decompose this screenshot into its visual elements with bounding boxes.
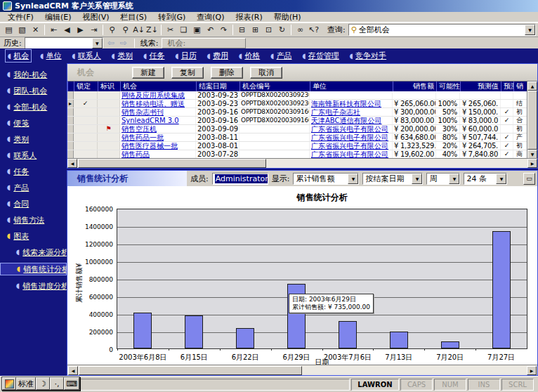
unit-link[interactable]: 海南蜂新科技有限公司	[311, 100, 381, 107]
undo-button[interactable]: ↶	[204, 24, 217, 37]
tab-contact[interactable]: ◖联系人	[70, 50, 103, 62]
column-header[interactable]: 销售额	[393, 81, 436, 91]
unit-link[interactable]: 广东省振兴电子有限公司	[311, 150, 388, 158]
forward-arrow-icon[interactable]: ⇨	[119, 38, 129, 48]
tab-expense[interactable]: ◖费用	[205, 50, 230, 62]
redo-button[interactable]: ↷	[217, 24, 230, 37]
ime-mode-button[interactable]: 标准	[16, 377, 36, 390]
unit-link[interactable]: 广东省振兴电子有限公司	[311, 125, 388, 133]
chart-bar[interactable]	[390, 332, 408, 348]
query-dropdown-button[interactable]	[525, 25, 535, 35]
sidebar-item-sales-progress-analysis[interactable]: ◖销售进度分析	[0, 280, 67, 292]
help-pointer-button[interactable]: ↖?	[307, 24, 320, 37]
delete-record-button[interactable]: ✕	[29, 24, 42, 37]
last-record-button[interactable]: ⇥	[87, 24, 100, 37]
sidebar-item-category[interactable]: ◖类别	[0, 133, 67, 145]
sidebar-item-contacts[interactable]: ◖联系人	[0, 150, 67, 161]
scroll-thumb[interactable]	[78, 159, 266, 168]
group-by-dropdown-button[interactable]	[412, 174, 422, 184]
maximize-chart-button[interactable]	[523, 173, 535, 185]
sidebar-item-team-opportunity[interactable]: ◖团队-机会	[0, 85, 67, 96]
column-header[interactable]: 机会编号	[240, 81, 310, 91]
member-combobox[interactable]: Administrator	[212, 173, 268, 185]
opportunity-link[interactable]: 销售移动电话、赠送	[122, 100, 185, 107]
opportunity-link[interactable]: 销售药品	[122, 150, 150, 158]
menu-item-goto[interactable]: 转到(G)	[152, 12, 191, 22]
chart-horizontal-scrollbar[interactable]: ◀ ▶	[67, 365, 537, 375]
tab-product[interactable]: ◖产品	[268, 50, 294, 62]
chart-bar[interactable]	[492, 231, 511, 348]
sidebar-item-tasks[interactable]: ◖任务	[0, 166, 67, 177]
table-row[interactable]: ▸✓销售移动电话、赠送2003-09-23OPPTD8X002003092300…	[67, 100, 527, 108]
cut-button[interactable]: ✂	[164, 24, 177, 37]
sort-ascending-button[interactable]: A↓	[132, 24, 145, 37]
history-combobox[interactable]	[25, 37, 103, 49]
column-header[interactable]: 销	[513, 81, 526, 91]
scroll-left-icon[interactable]: ◀	[67, 159, 77, 168]
ime-keyboard-icon[interactable]: ⌨	[64, 377, 79, 390]
menu-item-file[interactable]: 文件(F)	[2, 12, 39, 22]
opportunity-link[interactable]: 销售医疗器械一批	[122, 142, 178, 150]
display-combobox[interactable]: 累计销售额	[293, 173, 359, 185]
table-row[interactable]: SynleadCRM 3.02003-09-16OPPTD8X002003091…	[67, 117, 527, 125]
paste-button[interactable]: ▣	[190, 24, 204, 37]
table-row[interactable]: 销售药品一批2003-08-11广东省振兴电子有限公司¥ 634,680.008…	[67, 133, 527, 142]
chart-bar[interactable]	[133, 313, 152, 348]
new-button[interactable]: 新建	[132, 67, 164, 79]
chart-bar[interactable]	[441, 341, 459, 348]
column-header[interactable]: 预测	[501, 81, 513, 91]
column-header[interactable]: 机会	[120, 81, 196, 91]
column-header[interactable]: 可能性	[436, 81, 460, 91]
table-horizontal-scrollbar[interactable]: ◀ ▶	[67, 158, 537, 168]
binoculars-button[interactable]: ∞	[294, 24, 307, 37]
menu-item-help[interactable]: 帮助(H)	[268, 12, 307, 22]
tab-unit[interactable]: ◖单位	[38, 50, 63, 62]
back-arrow-icon[interactable]: ⇦	[106, 38, 116, 48]
copy-button[interactable]: 复制	[171, 67, 204, 79]
unit-link[interactable]: 广东电子杂志社	[311, 108, 360, 116]
menu-item-edit[interactable]: 编辑(E)	[39, 12, 77, 22]
menu-item-report[interactable]: 报表(R)	[230, 12, 268, 22]
opportunity-link[interactable]: 销售杂志书刊	[122, 108, 164, 116]
sidebar-item-all-opportunity[interactable]: ◖全部-机会	[0, 101, 67, 112]
opportunity-link[interactable]: 网络及应用系统集成	[122, 91, 185, 99]
opportunity-link[interactable]: 销售药品一批	[122, 133, 164, 141]
scroll-right-icon[interactable]: ▶	[527, 366, 537, 375]
tab-category[interactable]: ◖类别	[110, 50, 135, 62]
next-record-button[interactable]: ▶	[74, 24, 87, 37]
column-header[interactable]: 标识	[98, 81, 120, 91]
sidebar-item-my-opportunity[interactable]: ◖我的-机会	[0, 69, 67, 80]
filter-button[interactable]: ⚲	[105, 24, 119, 37]
scroll-up-icon[interactable]: ▲	[527, 81, 537, 91]
count-dropdown-button[interactable]	[496, 174, 506, 184]
tab-inventory[interactable]: ◖存货管理	[301, 50, 341, 62]
ime-toolbar[interactable]: 标准 ☽ ·, ⌨	[1, 377, 80, 391]
group-by-combobox[interactable]: 按结案日期	[362, 173, 423, 185]
table-row[interactable]: ⚑销售空压机2003-09-09广东省振兴电子有限公司¥ 200,000.003…	[67, 125, 527, 133]
refresh-button[interactable]: ↻	[275, 24, 289, 37]
tab-task[interactable]: ◖任务	[141, 50, 166, 62]
count-combobox[interactable]: 24 条	[464, 173, 507, 185]
scroll-thumb[interactable]	[79, 366, 302, 375]
first-record-button[interactable]: ⇤	[47, 24, 60, 37]
column-header[interactable]: 预测值	[460, 81, 501, 91]
ime-language-button[interactable]	[2, 377, 16, 390]
scroll-thumb[interactable]	[527, 91, 537, 150]
chart-bar[interactable]	[236, 328, 254, 348]
sidebar-item-notes[interactable]: ◖便笺	[0, 117, 67, 129]
ime-fullhalf-moon-icon[interactable]: ☽	[36, 377, 50, 390]
opportunity-link[interactable]: SynleadCRM 3.0	[122, 117, 179, 124]
sidebar-item-sales-method[interactable]: ◖销售方法	[0, 214, 67, 226]
sidebar-item-contracts[interactable]: ◖合同	[0, 198, 67, 209]
display-dropdown-button[interactable]	[348, 174, 358, 184]
unit-link[interactable]: 广东省振兴电子有限公司	[311, 142, 388, 150]
scroll-right-icon[interactable]: ▶	[527, 159, 537, 168]
period-combobox[interactable]: 周	[426, 173, 460, 185]
find-record-button[interactable]: ⚲	[119, 24, 132, 37]
column-header[interactable]: 单位	[310, 81, 393, 91]
table-row[interactable]: 销售医疗器械一批2003-08-01广东省振兴电子有限公司¥ 1,323,529…	[67, 142, 527, 150]
tab-competitor[interactable]: ◖竞争对手	[348, 50, 388, 62]
sort-descending-button[interactable]: Z↓	[145, 24, 159, 37]
history-dropdown-button[interactable]	[92, 38, 103, 48]
unit-link[interactable]: 广东省振兴电子有限公司	[311, 133, 388, 141]
